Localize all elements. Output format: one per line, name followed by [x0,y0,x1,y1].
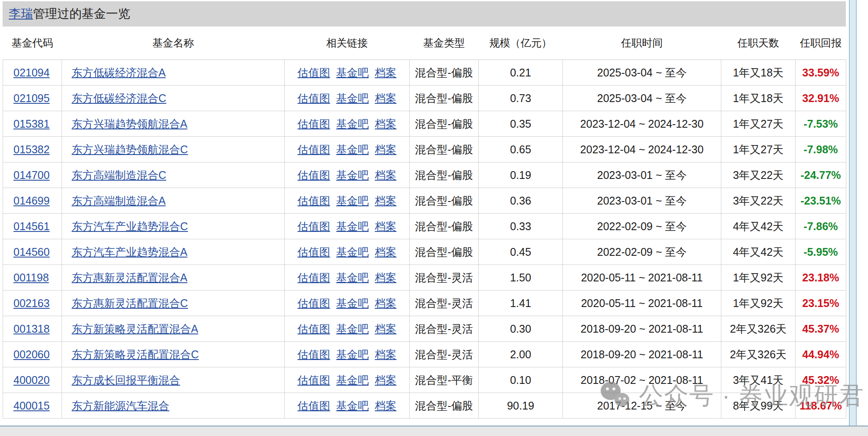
fund-code-cell: 021094 [3,60,62,86]
fund-forum-link[interactable]: 基金吧 [336,271,369,284]
page-title-text: 管理过的基金一览 [33,6,130,22]
fund-forum-link[interactable]: 基金吧 [336,143,369,155]
fund-name-link[interactable]: 东方低碳经济混合A [72,66,166,79]
fund-forum-link[interactable]: 基金吧 [336,195,369,207]
fund-type-cell: 混合型-偏股 [410,188,479,214]
valuation-chart-link[interactable]: 估值图 [298,169,330,181]
scale-cell: 0.33 [479,214,563,239]
related-links-cell: 估值图基金吧档案 [285,265,410,291]
fund-name-link[interactable]: 东方低碳经济混合C [72,92,166,104]
table-row: 014699东方高端制造混合A估值图基金吧档案混合型-偏股0.362023-03… [3,188,846,214]
archive-link[interactable]: 档案 [375,169,397,181]
fund-code-link[interactable]: 014700 [13,169,49,181]
valuation-chart-link[interactable]: 估值图 [298,400,330,412]
valuation-chart-link[interactable]: 估值图 [298,66,330,79]
fund-name-link[interactable]: 东方汽车产业趋势混合A [72,246,187,258]
header-fund-code: 基金代码 [3,26,62,60]
archive-link[interactable]: 档案 [375,297,397,309]
return-value: 44.94% [802,348,839,360]
fund-forum-link[interactable]: 基金吧 [336,323,369,335]
valuation-chart-link[interactable]: 估值图 [298,246,330,258]
tenure-days-cell: 8年又99天 [721,393,796,419]
table-row: 001318东方新策略灵活配置混合A估值图基金吧档案混合型-灵活0.302018… [3,316,846,342]
fund-code-link[interactable]: 021094 [13,66,49,79]
fund-code-cell: 002060 [3,342,62,367]
fund-forum-link[interactable]: 基金吧 [336,374,369,386]
fund-code-link[interactable]: 002060 [13,348,49,360]
archive-link[interactable]: 档案 [375,92,397,104]
related-links-cell: 估值图基金吧档案 [285,111,410,137]
fund-forum-link[interactable]: 基金吧 [336,169,369,181]
archive-link[interactable]: 档案 [375,66,397,79]
fund-code-link[interactable]: 002163 [13,297,49,309]
fund-type-cell: 混合型-灵活 [410,342,479,367]
fund-code-link[interactable]: 021095 [13,92,49,104]
tenure-return-cell: 45.37% [796,316,846,342]
valuation-chart-link[interactable]: 估值图 [298,323,330,335]
valuation-chart-link[interactable]: 估值图 [298,271,330,284]
valuation-chart-link[interactable]: 估值图 [298,220,330,232]
archive-link[interactable]: 档案 [375,220,397,232]
valuation-chart-link[interactable]: 估值图 [298,118,330,130]
fund-forum-link[interactable]: 基金吧 [336,220,369,232]
fund-forum-link[interactable]: 基金吧 [336,246,369,258]
valuation-chart-link[interactable]: 估值图 [298,143,330,155]
fund-name-link[interactable]: 东方新策略灵活配置混合C [72,348,199,360]
fund-code-link[interactable]: 014699 [13,195,49,207]
fund-forum-link[interactable]: 基金吧 [336,66,369,79]
fund-name-link[interactable]: 东方惠新灵活配置混合A [72,271,187,284]
fund-manager-page: 李瑞管理过的基金一览 基金代码 基金名称 相关链接 基金类型 规模（亿元） 任职… [0,0,868,436]
tenure-return-cell: 23.15% [796,291,846,316]
archive-link[interactable]: 档案 [375,323,397,335]
valuation-chart-link[interactable]: 估值图 [298,348,330,360]
fund-code-link[interactable]: 400020 [13,374,49,386]
header-fund-name: 基金名称 [62,26,285,60]
archive-link[interactable]: 档案 [375,348,397,360]
vertical-scrollbar[interactable] [849,0,857,426]
fund-name-link[interactable]: 东方高端制造混合C [72,169,166,181]
archive-link[interactable]: 档案 [375,374,397,386]
fund-name-cell: 东方新策略灵活配置混合A [62,316,285,342]
bottom-strip [0,426,868,436]
archive-link[interactable]: 档案 [375,271,397,284]
fund-forum-link[interactable]: 基金吧 [336,118,369,130]
valuation-chart-link[interactable]: 估值图 [298,297,330,309]
valuation-chart-link[interactable]: 估值图 [298,195,330,207]
fund-name-link[interactable]: 东方新能源汽车混合 [72,400,169,412]
fund-name-link[interactable]: 东方汽车产业趋势混合C [72,220,188,232]
fund-code-link[interactable]: 400015 [13,400,49,412]
fund-code-link[interactable]: 001318 [13,323,49,335]
archive-link[interactable]: 档案 [375,246,397,258]
archive-link[interactable]: 档案 [375,118,397,130]
fund-forum-link[interactable]: 基金吧 [336,92,369,104]
valuation-chart-link[interactable]: 估值图 [298,374,330,386]
scale-cell: 1.41 [479,291,563,316]
fund-code-link[interactable]: 015381 [13,118,49,130]
archive-link[interactable]: 档案 [375,400,397,412]
fund-code-link[interactable]: 015382 [13,143,49,155]
fund-code-link[interactable]: 014561 [13,220,49,232]
archive-link[interactable]: 档案 [375,195,397,207]
fund-name-link[interactable]: 东方新策略灵活配置混合A [72,323,198,335]
fund-name-link[interactable]: 东方高端制造混合A [72,195,166,207]
fund-type-cell: 混合型-偏股 [410,60,479,86]
manager-name-link[interactable]: 李瑞 [9,6,33,22]
fund-forum-link[interactable]: 基金吧 [336,400,369,412]
fund-code-link[interactable]: 014560 [13,246,49,258]
fund-name-link[interactable]: 东方兴瑞趋势领航混合C [72,143,188,155]
fund-name-link[interactable]: 东方兴瑞趋势领航混合A [72,118,187,130]
fund-code-cell: 002163 [3,291,62,316]
fund-forum-link[interactable]: 基金吧 [336,348,369,360]
fund-name-link[interactable]: 东方成长回报平衡混合 [72,374,180,386]
tenure-days-cell: 3年又41天 [721,367,796,393]
tenure-period-cell: 2022-02-09 ~ 至今 [563,239,721,265]
archive-link[interactable]: 档案 [375,143,397,155]
fund-name-cell: 东方汽车产业趋势混合A [62,239,285,265]
header-scale: 规模（亿元） [479,26,563,60]
fund-forum-link[interactable]: 基金吧 [336,297,369,309]
table-row: 021095东方低碳经济混合C估值图基金吧档案混合型-偏股0.732025-03… [3,86,846,111]
valuation-chart-link[interactable]: 估值图 [298,92,330,104]
tenure-days-cell: 2年又326天 [721,316,796,342]
fund-name-link[interactable]: 东方惠新灵活配置混合C [72,297,188,309]
fund-code-link[interactable]: 001198 [13,271,49,284]
